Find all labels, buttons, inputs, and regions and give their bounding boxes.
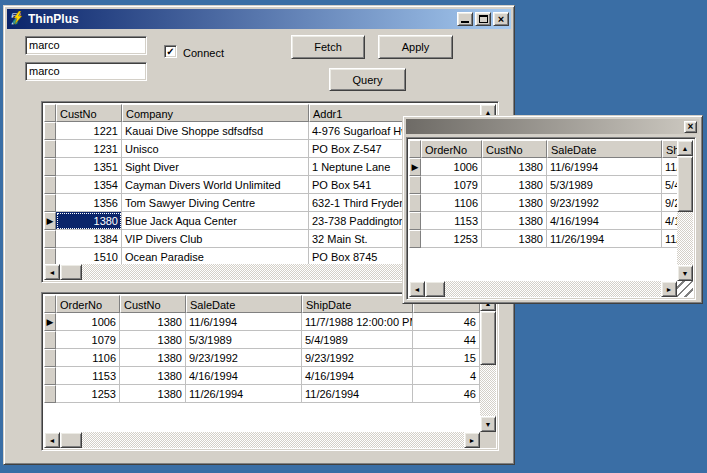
main-titlebar[interactable]: 7 ThinPlus × [7, 9, 511, 29]
cell-shipdate[interactable]: 11/26/1994 [302, 385, 413, 403]
cell-saledate[interactable]: 5/3/1989 [547, 176, 662, 194]
scroll-left-icon[interactable]: ◄ [409, 281, 425, 297]
cell-custno[interactable]: 1380 [482, 158, 547, 176]
orders-hscrollbar[interactable]: ◄ ► [44, 432, 480, 448]
cell-shipdate[interactable]: 9/23/1992 [662, 194, 677, 212]
cell-company[interactable]: Sight Diver [122, 158, 309, 176]
cell-custno[interactable]: 1356 [56, 194, 122, 212]
cell-custno[interactable]: 1380 [482, 212, 547, 230]
cell-company[interactable]: Kauai Dive Shoppe sdfsdfsd [122, 122, 309, 140]
cell-shipdate[interactable]: 5/4/1989 [662, 176, 677, 194]
connect-checkbox[interactable]: ✓ [164, 45, 177, 58]
cell-custno[interactable]: 1510 [56, 248, 122, 264]
cell-orderno[interactable]: 1253 [56, 385, 120, 403]
column-header-custno[interactable]: CustNo [120, 295, 186, 313]
cell-custno[interactable]: 1380 [120, 385, 186, 403]
cell-custno[interactable]: 1380 [120, 349, 186, 367]
scroll-right-icon[interactable]: ► [464, 432, 480, 448]
column-header-custno[interactable]: CustNo [56, 104, 122, 122]
cell-company[interactable]: VIP Divers Club [122, 230, 309, 248]
maximize-button[interactable] [475, 12, 491, 26]
cell-shipdate[interactable]: 4/16/1994 [662, 212, 677, 230]
column-header-saledate[interactable]: SaleDate [547, 140, 662, 158]
cell-shipdate[interactable]: 4/16/1994 [302, 367, 413, 385]
cell-orderno[interactable]: 1079 [56, 331, 120, 349]
hscroll-thumb[interactable] [425, 281, 445, 297]
cell-saledate[interactable]: 11/26/1994 [547, 230, 662, 248]
hscroll-thumb[interactable] [60, 432, 82, 448]
cell-custno[interactable]: 1354 [56, 176, 122, 194]
cell-custno[interactable]: 1231 [56, 140, 122, 158]
column-header-shipdate[interactable]: ShipDate [302, 295, 413, 313]
column-header-shipdate[interactable]: ShipDate [662, 140, 677, 158]
cell-shipdate[interactable]: 5/4/1989 [302, 331, 413, 349]
cell-saledate[interactable]: 5/3/1989 [186, 331, 302, 349]
cell-orderno[interactable]: 1006 [56, 313, 120, 331]
popup-close-button[interactable]: × [684, 121, 697, 133]
column-header-orderno[interactable]: OrderNo [421, 140, 482, 158]
popup-titlebar[interactable]: × [406, 119, 699, 134]
cell-orderno[interactable]: 1106 [56, 349, 120, 367]
cell-shipdate[interactable]: 11/7/1988 12:00:00 PM [302, 313, 413, 331]
cell-shipdate[interactable]: 11/7/1988 12:00:00 PM [662, 158, 677, 176]
scroll-right-icon[interactable]: ► [661, 281, 677, 297]
cell-empno[interactable]: 4 [413, 367, 480, 385]
cell-saledate[interactable]: 11/6/1994 [547, 158, 662, 176]
cell-shipdate[interactable]: 9/23/1992 [302, 349, 413, 367]
cell-custno[interactable]: 1380 [120, 313, 186, 331]
scroll-down-icon[interactable]: ▼ [677, 265, 693, 281]
scroll-down-icon[interactable]: ▼ [480, 416, 496, 432]
cell-orderno[interactable]: 1006 [421, 158, 482, 176]
orders-vscrollbar[interactable]: ▲ ▼ [480, 295, 496, 432]
column-header-saledate[interactable]: SaleDate [186, 295, 302, 313]
resize-grip[interactable] [677, 281, 693, 297]
scroll-left-icon[interactable]: ◄ [44, 432, 60, 448]
apply-button[interactable]: Apply [378, 35, 453, 59]
cell-orderno[interactable]: 1153 [421, 212, 482, 230]
cell-empno[interactable]: 15 [413, 349, 480, 367]
cell-custno[interactable]: 1221 [56, 122, 122, 140]
popup-vscrollbar[interactable]: ▲ ▼ [677, 140, 693, 281]
cell-custno[interactable]: 1380 [120, 331, 186, 349]
cell-saledate[interactable]: 4/16/1994 [547, 212, 662, 230]
cell-orderno[interactable]: 1079 [421, 176, 482, 194]
hscroll-thumb[interactable] [60, 264, 82, 280]
column-header-company[interactable]: Company [122, 104, 309, 122]
vscroll-thumb[interactable] [677, 156, 693, 212]
cell-saledate[interactable]: 9/23/1992 [547, 194, 662, 212]
cell-custno-selected[interactable]: 1380 [56, 212, 122, 230]
popup-hscrollbar[interactable]: ◄ ► [409, 281, 677, 297]
cell-empno[interactable]: 46 [413, 385, 480, 403]
scroll-left-icon[interactable]: ◄ [44, 264, 60, 280]
cell-orderno[interactable]: 1106 [421, 194, 482, 212]
username-field[interactable]: marco [25, 36, 147, 55]
cell-saledate[interactable]: 9/23/1992 [186, 349, 302, 367]
cell-saledate[interactable]: 11/6/1994 [186, 313, 302, 331]
cell-custno[interactable]: 1380 [120, 367, 186, 385]
cell-empno[interactable]: 44 [413, 331, 480, 349]
cell-saledate[interactable]: 11/26/1994 [186, 385, 302, 403]
cell-orderno[interactable]: 1253 [421, 230, 482, 248]
cell-custno[interactable]: 1380 [482, 194, 547, 212]
close-button[interactable]: × [493, 12, 509, 26]
scroll-up-icon[interactable]: ▲ [677, 140, 693, 156]
password-field[interactable]: marco [25, 62, 147, 81]
cell-shipdate[interactable]: 11/26/1994 [662, 230, 677, 248]
cell-custno[interactable]: 1384 [56, 230, 122, 248]
cell-company[interactable]: Tom Sawyer Diving Centre [122, 194, 309, 212]
minimize-button[interactable] [457, 12, 473, 26]
cell-saledate[interactable]: 4/16/1994 [186, 367, 302, 385]
cell-custno[interactable]: 1351 [56, 158, 122, 176]
column-header-custno[interactable]: CustNo [482, 140, 547, 158]
cell-custno[interactable]: 1380 [482, 176, 547, 194]
column-header-orderno[interactable]: OrderNo [56, 295, 120, 313]
cell-company[interactable]: Blue Jack Aqua Center [122, 212, 309, 230]
connect-label[interactable]: Connect [183, 47, 224, 59]
fetch-button[interactable]: Fetch [291, 35, 365, 59]
cell-company[interactable]: Cayman Divers World Unlimited [122, 176, 309, 194]
cell-empno[interactable]: 46 [413, 313, 480, 331]
cell-company[interactable]: Ocean Paradise [122, 248, 309, 264]
query-button[interactable]: Query [329, 68, 406, 91]
cell-company[interactable]: Unisco [122, 140, 309, 158]
vscroll-thumb[interactable] [480, 311, 496, 365]
